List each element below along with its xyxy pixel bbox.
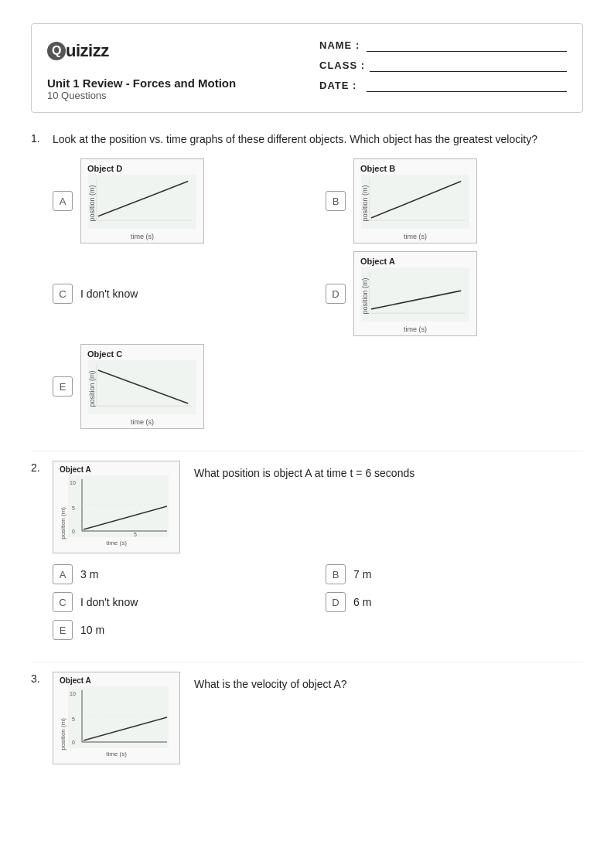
q1-graph-e-ylabel: position (m) [88,370,96,407]
class-label: CLASS : [319,60,365,71]
q2-number: 2. [31,461,53,474]
class-field-row: CLASS : [319,58,567,72]
q3-graph-title: Object A [60,676,173,685]
question-1: 1. Look at the position vs. time graphs … [31,131,583,429]
q3-content: Object A position (m) 10 5 0 [53,672,583,764]
quiz-subtitle: 10 Questions [47,90,236,101]
name-line[interactable] [367,38,567,52]
q2-option-d[interactable]: D 6 m [326,592,583,612]
q1-graph-e-title: Object C [87,349,197,359]
logo: Quizizz [47,38,236,61]
q1-option-b[interactable]: B Object B position (m) time (s) [326,158,583,243]
q2-option-b[interactable]: B 7 m [326,564,583,584]
q1-graph-e-svg [87,360,197,414]
svg-text:0: 0 [72,740,75,745]
svg-rect-16 [68,475,169,537]
q2-graph: Object A position (m) 10 5 0 [53,461,180,553]
q2-graph-ylabel: position (m) [60,507,67,540]
q1-graph-e: Object C position (m) time (s) [80,344,204,429]
q1-number: 1. [31,132,53,145]
q2-letter-b: B [326,564,346,584]
q3-layout: Object A position (m) 10 5 0 [53,672,583,764]
svg-text:5: 5 [134,532,137,537]
q1-graph-d-ylabel: position (m) [361,277,369,314]
q3-question-text: What is the velocity of object A? [194,672,583,690]
q3-header: 3. Object A position (m) 10 5 [31,672,583,764]
name-field-row: NAME : [319,38,567,52]
q2-text-b: 7 m [353,568,371,580]
q1-letter-c: C [53,284,73,304]
date-label: DATE : [319,80,362,91]
q2-content: Object A position (m) 10 5 0 [53,461,583,553]
q1-graph-d-svg [360,267,470,322]
divider-1 [31,451,583,451]
q1-graph-a-ylabel: position (m) [88,185,96,221]
svg-text:5: 5 [72,717,75,722]
q1-graph-b-ylabel: position (m) [361,185,369,221]
header-box: Quizizz Unit 1 Review - Forces and Motio… [31,23,583,113]
q1-graph-d-title: Object A [360,257,470,266]
q1-option-e-row: E Object C position (m) time (s) [53,344,583,429]
q2-letter-e: E [53,620,73,640]
q3-graph-area: position (m) 10 5 0 [60,686,173,751]
q1-graph-a-title: Object D [87,164,197,173]
q1-graph-a: Object D position (m) time (s) [80,158,204,243]
q1-header: 1. Look at the position vs. time graphs … [31,131,583,148]
q1-letter-b: B [326,191,346,211]
q2-text-c: I don't know [80,596,138,608]
q1-graph-a-xlabel: time (s) [87,233,197,240]
q1-option-c[interactable]: C I don't know [53,251,310,336]
q3-graph-svg: 10 5 0 [68,686,169,748]
q2-answers: A 3 m B 7 m C I don't know D 6 m E 10 m [53,564,583,640]
header-right: NAME : CLASS : DATE : [319,38,567,92]
q1-letter-a: A [53,191,73,211]
q2-letter-c: C [53,592,73,612]
svg-text:10: 10 [70,691,76,696]
q2-graph-area: 10 5 0 5 [68,475,173,540]
q3-number: 3. [31,672,53,685]
svg-text:10: 10 [70,480,76,485]
q2-letter-d: D [326,592,346,612]
header-left: Quizizz Unit 1 Review - Forces and Motio… [47,38,236,101]
q1-graph-b: Object B position (m) time (s) [353,158,477,243]
q3-graph-ylabel: position (m) [60,718,67,751]
class-line[interactable] [370,58,567,72]
q1-option-d[interactable]: D Object A position (m) time (s) [326,251,583,336]
q2-graph-title: Object A [60,465,173,474]
q2-text-e: 10 m [80,624,104,636]
page: Quizizz Unit 1 Review - Forces and Motio… [0,0,614,868]
q1-graph-a-svg [87,175,197,229]
q2-option-e[interactable]: E 10 m [53,620,310,640]
quiz-title: Unit 1 Review - Forces and Motion [47,77,236,90]
date-field-row: DATE : [319,78,567,92]
q1-graph-b-xlabel: time (s) [360,233,470,240]
date-line[interactable] [367,78,567,92]
q2-graph-xlabel: time (s) [60,540,173,546]
q2-graph-svg: 10 5 0 5 [68,475,169,537]
q2-text-d: 6 m [353,596,371,608]
q2-option-a[interactable]: A 3 m [53,564,310,584]
q1-letter-e: E [53,376,73,397]
svg-text:5: 5 [72,505,75,511]
q1-text: Look at the position vs. time graphs of … [53,131,583,148]
q1-graph-d-xlabel: time (s) [360,325,470,333]
q3-graph-chart: 10 5 0 [68,686,173,751]
q1-graph-e-xlabel: time (s) [87,418,197,426]
q3-graph: Object A position (m) 10 5 0 [53,672,180,764]
q1-letter-d: D [326,284,346,304]
q2-header: 2. Object A position (m) 10 [31,461,583,553]
q1-graph-b-title: Object B [360,164,470,173]
svg-text:0: 0 [72,529,75,534]
q2-letter-a: A [53,564,73,584]
question-3: 3. Object A position (m) 10 5 [31,672,583,764]
q1-option-e[interactable]: E Object C position (m) time (s) [53,344,583,429]
q3-graph-xlabel: time (s) [60,751,173,757]
q2-option-c[interactable]: C I don't know [53,592,310,612]
question-2: 2. Object A position (m) 10 [31,461,583,640]
divider-2 [31,662,583,662]
q1-answers: A Object D position (m) [53,158,583,336]
q1-option-a[interactable]: A Object D position (m) [53,158,310,243]
q2-text: What position is object A at time t = 6 … [194,461,583,479]
q2-layout: Object A position (m) 10 5 0 [53,461,583,553]
q1-graph-d: Object A position (m) time (s) [353,251,477,336]
